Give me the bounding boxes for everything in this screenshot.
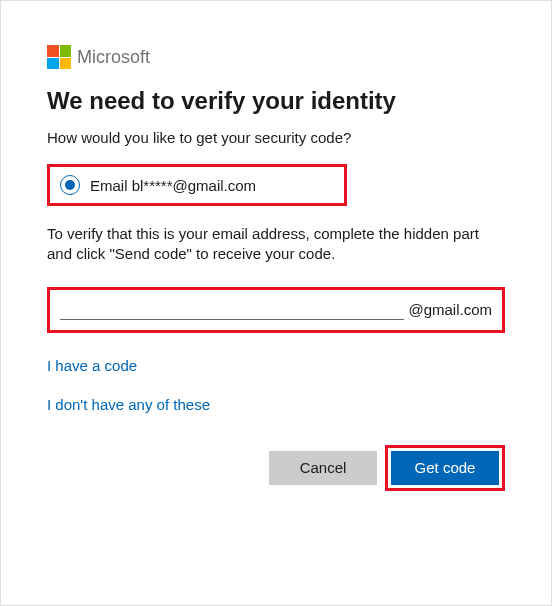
have-code-link[interactable]: I have a code [47,357,137,374]
get-code-highlight: Get code [385,445,505,491]
verification-option-email[interactable]: Email bl*****@gmail.com [47,164,347,206]
brand-name: Microsoft [77,47,150,68]
email-field[interactable] [60,298,404,320]
dont-have-link[interactable]: I don't have any of these [47,396,210,413]
microsoft-logo-icon [47,45,71,69]
get-code-button[interactable]: Get code [391,451,499,485]
email-input-container: @gmail.com [47,287,505,333]
button-row: Cancel Get code [47,445,505,491]
page-title: We need to verify your identity [47,87,505,115]
page-subtitle: How would you like to get your security … [47,129,505,146]
brand-header: Microsoft [47,45,505,69]
email-suffix: @gmail.com [408,301,492,320]
radio-icon [60,175,80,195]
verification-option-label: Email bl*****@gmail.com [90,177,256,194]
cancel-button[interactable]: Cancel [269,451,377,485]
instruction-text: To verify that this is your email addres… [47,224,505,265]
